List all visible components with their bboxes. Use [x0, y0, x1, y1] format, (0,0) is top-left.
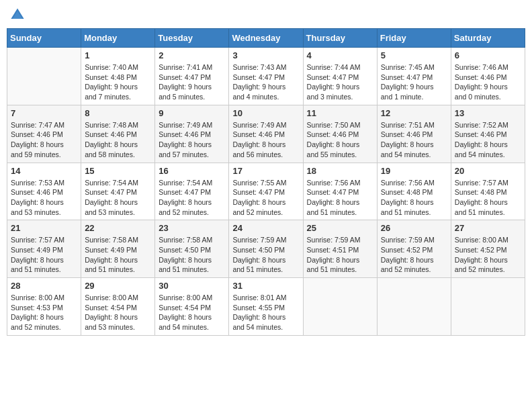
calendar-cell: [451, 278, 525, 336]
calendar-cell: 20Sunrise: 7:57 AM Sunset: 4:48 PM Dayli…: [451, 163, 525, 220]
calendar-cell: 26Sunrise: 7:59 AM Sunset: 4:52 PM Dayli…: [377, 220, 451, 278]
day-number: 4: [307, 50, 373, 60]
cell-content: Sunrise: 8:00 AM Sunset: 4:53 PM Dayligh…: [11, 293, 77, 332]
cell-content: Sunrise: 7:55 AM Sunset: 4:47 PM Dayligh…: [232, 178, 299, 218]
calendar-cell: 2Sunrise: 7:41 AM Sunset: 4:47 PM Daylig…: [155, 48, 229, 105]
calendar-cell: 4Sunrise: 7:44 AM Sunset: 4:47 PM Daylig…: [303, 48, 377, 105]
day-number: 19: [381, 166, 447, 176]
cell-content: Sunrise: 7:54 AM Sunset: 4:47 PM Dayligh…: [85, 178, 151, 218]
calendar-cell: 11Sunrise: 7:50 AM Sunset: 4:46 PM Dayli…: [303, 105, 377, 163]
calendar-cell: 1Sunrise: 7:40 AM Sunset: 4:48 PM Daylig…: [81, 48, 155, 105]
day-number: 2: [159, 50, 225, 60]
weekday-header-monday: Monday: [81, 29, 155, 48]
calendar-cell: 13Sunrise: 7:52 AM Sunset: 4:46 PM Dayli…: [451, 105, 525, 163]
cell-content: Sunrise: 8:01 AM Sunset: 4:55 PM Dayligh…: [232, 293, 299, 332]
day-number: 16: [159, 166, 225, 176]
weekday-header-friday: Friday: [377, 29, 451, 48]
day-number: 20: [455, 166, 521, 176]
cell-content: Sunrise: 7:57 AM Sunset: 4:49 PM Dayligh…: [11, 235, 77, 275]
calendar-cell: 6Sunrise: 7:46 AM Sunset: 4:46 PM Daylig…: [451, 48, 525, 105]
cell-content: Sunrise: 7:52 AM Sunset: 4:46 PM Dayligh…: [455, 120, 521, 160]
calendar-cell: 19Sunrise: 7:56 AM Sunset: 4:48 PM Dayli…: [377, 163, 451, 220]
day-number: 3: [232, 50, 299, 60]
day-number: 17: [232, 166, 299, 176]
weekday-header-row: SundayMondayTuesdayWednesdayThursdayFrid…: [7, 29, 525, 48]
weekday-header-sunday: Sunday: [7, 29, 81, 48]
day-number: 28: [11, 281, 77, 291]
cell-content: Sunrise: 7:58 AM Sunset: 4:50 PM Dayligh…: [159, 235, 225, 275]
logo-icon: [9, 7, 26, 23]
day-number: 7: [11, 108, 77, 118]
day-number: 12: [381, 108, 447, 118]
day-number: 29: [85, 281, 151, 291]
calendar-cell: 30Sunrise: 8:00 AM Sunset: 4:54 PM Dayli…: [155, 278, 229, 336]
day-number: 23: [159, 223, 225, 233]
calendar-cell: 25Sunrise: 7:59 AM Sunset: 4:51 PM Dayli…: [303, 220, 377, 278]
cell-content: Sunrise: 7:48 AM Sunset: 4:46 PM Dayligh…: [85, 120, 151, 160]
logo: [9, 7, 28, 23]
cell-content: Sunrise: 7:41 AM Sunset: 4:47 PM Dayligh…: [159, 62, 225, 102]
day-number: 18: [307, 166, 373, 176]
calendar-cell: 24Sunrise: 7:59 AM Sunset: 4:50 PM Dayli…: [229, 220, 303, 278]
cell-content: Sunrise: 7:49 AM Sunset: 4:46 PM Dayligh…: [159, 120, 225, 160]
calendar-cell: 14Sunrise: 7:53 AM Sunset: 4:46 PM Dayli…: [7, 163, 81, 220]
calendar-row-0: 1Sunrise: 7:40 AM Sunset: 4:48 PM Daylig…: [7, 48, 525, 105]
calendar-cell: 10Sunrise: 7:49 AM Sunset: 4:46 PM Dayli…: [229, 105, 303, 163]
cell-content: Sunrise: 7:50 AM Sunset: 4:46 PM Dayligh…: [307, 120, 373, 160]
day-number: 8: [85, 108, 151, 118]
day-number: 15: [85, 166, 151, 176]
calendar-cell: 8Sunrise: 7:48 AM Sunset: 4:46 PM Daylig…: [81, 105, 155, 163]
calendar-cell: 16Sunrise: 7:54 AM Sunset: 4:47 PM Dayli…: [155, 163, 229, 220]
calendar-cell: 22Sunrise: 7:58 AM Sunset: 4:49 PM Dayli…: [81, 220, 155, 278]
cell-content: Sunrise: 7:59 AM Sunset: 4:50 PM Dayligh…: [232, 235, 299, 275]
day-number: 30: [159, 281, 225, 291]
cell-content: Sunrise: 8:00 AM Sunset: 4:54 PM Dayligh…: [159, 293, 225, 332]
calendar-cell: [377, 278, 451, 336]
calendar-cell: 5Sunrise: 7:45 AM Sunset: 4:47 PM Daylig…: [377, 48, 451, 105]
calendar-row-1: 7Sunrise: 7:47 AM Sunset: 4:46 PM Daylig…: [7, 105, 525, 163]
day-number: 14: [11, 166, 77, 176]
calendar-cell: 29Sunrise: 8:00 AM Sunset: 4:54 PM Dayli…: [81, 278, 155, 336]
weekday-header-tuesday: Tuesday: [155, 29, 229, 48]
calendar-cell: 7Sunrise: 7:47 AM Sunset: 4:46 PM Daylig…: [7, 105, 81, 163]
calendar-cell: 18Sunrise: 7:56 AM Sunset: 4:47 PM Dayli…: [303, 163, 377, 220]
cell-content: Sunrise: 8:00 AM Sunset: 4:52 PM Dayligh…: [455, 235, 521, 275]
page-header: [7, 7, 525, 23]
cell-content: Sunrise: 7:57 AM Sunset: 4:48 PM Dayligh…: [455, 178, 521, 218]
day-number: 9: [159, 108, 225, 118]
calendar-cell: [303, 278, 377, 336]
calendar-cell: 28Sunrise: 8:00 AM Sunset: 4:53 PM Dayli…: [7, 278, 81, 336]
calendar-row-3: 21Sunrise: 7:57 AM Sunset: 4:49 PM Dayli…: [7, 220, 525, 278]
day-number: 24: [232, 223, 299, 233]
calendar-row-2: 14Sunrise: 7:53 AM Sunset: 4:46 PM Dayli…: [7, 163, 525, 220]
calendar-table: SundayMondayTuesdayWednesdayThursdayFrid…: [7, 28, 525, 336]
calendar-cell: 27Sunrise: 8:00 AM Sunset: 4:52 PM Dayli…: [451, 220, 525, 278]
cell-content: Sunrise: 7:53 AM Sunset: 4:46 PM Dayligh…: [11, 178, 77, 218]
calendar-cell: [7, 48, 81, 105]
weekday-header-saturday: Saturday: [451, 29, 525, 48]
calendar-cell: 3Sunrise: 7:43 AM Sunset: 4:47 PM Daylig…: [229, 48, 303, 105]
cell-content: Sunrise: 7:43 AM Sunset: 4:47 PM Dayligh…: [232, 62, 299, 102]
cell-content: Sunrise: 7:45 AM Sunset: 4:47 PM Dayligh…: [381, 62, 447, 102]
cell-content: Sunrise: 7:46 AM Sunset: 4:46 PM Dayligh…: [455, 62, 521, 102]
day-number: 5: [381, 50, 447, 60]
day-number: 13: [455, 108, 521, 118]
cell-content: Sunrise: 7:51 AM Sunset: 4:46 PM Dayligh…: [381, 120, 447, 160]
calendar-cell: 17Sunrise: 7:55 AM Sunset: 4:47 PM Dayli…: [229, 163, 303, 220]
cell-content: Sunrise: 7:40 AM Sunset: 4:48 PM Dayligh…: [85, 62, 151, 102]
cell-content: Sunrise: 7:47 AM Sunset: 4:46 PM Dayligh…: [11, 120, 77, 160]
day-number: 11: [307, 108, 373, 118]
cell-content: Sunrise: 7:44 AM Sunset: 4:47 PM Dayligh…: [307, 62, 373, 102]
calendar-cell: 21Sunrise: 7:57 AM Sunset: 4:49 PM Dayli…: [7, 220, 81, 278]
day-number: 31: [232, 281, 299, 291]
cell-content: Sunrise: 7:59 AM Sunset: 4:52 PM Dayligh…: [381, 235, 447, 275]
calendar-cell: 23Sunrise: 7:58 AM Sunset: 4:50 PM Dayli…: [155, 220, 229, 278]
day-number: 22: [85, 223, 151, 233]
calendar-cell: 9Sunrise: 7:49 AM Sunset: 4:46 PM Daylig…: [155, 105, 229, 163]
day-number: 27: [455, 223, 521, 233]
cell-content: Sunrise: 7:58 AM Sunset: 4:49 PM Dayligh…: [85, 235, 151, 275]
cell-content: Sunrise: 7:56 AM Sunset: 4:48 PM Dayligh…: [381, 178, 447, 218]
day-number: 25: [307, 223, 373, 233]
cell-content: Sunrise: 7:54 AM Sunset: 4:47 PM Dayligh…: [159, 178, 225, 218]
day-number: 21: [11, 223, 77, 233]
